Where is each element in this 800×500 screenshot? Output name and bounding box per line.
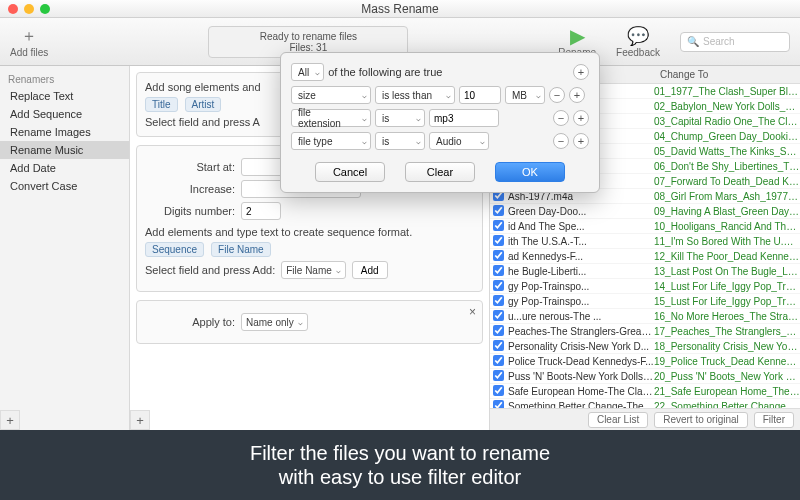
add-panel-button[interactable]: +	[130, 410, 150, 430]
search-placeholder: Search	[703, 36, 735, 47]
table-row[interactable]: Puss 'N' Boots-New York Dolls-...20_Puss…	[490, 369, 800, 384]
bottom-bar: Clear List Revert to original Filter	[490, 408, 800, 430]
row-changeto: 04_Chump_Green Day_Dookie.m4a	[654, 131, 800, 142]
row-checkbox[interactable]	[493, 280, 504, 291]
sidebar-item[interactable]: Rename Images	[0, 123, 129, 141]
sidebar-item[interactable]: Replace Text	[0, 87, 129, 105]
clear-button[interactable]: Clear	[405, 162, 475, 182]
row-checkbox[interactable]	[493, 295, 504, 306]
table-row[interactable]: Police Truck-Dead Kennedys-F...19_Police…	[490, 354, 800, 369]
row-checkbox[interactable]	[493, 250, 504, 261]
add-renamer-button[interactable]: +	[0, 410, 20, 430]
row-original: gy Pop-Trainspo...	[508, 281, 654, 292]
add-rule-icon[interactable]: +	[573, 64, 589, 80]
row-checkbox[interactable]	[493, 370, 504, 381]
search-input[interactable]: 🔍 Search	[680, 32, 790, 52]
sidebar-item[interactable]: Add Date	[0, 159, 129, 177]
row-changeto: 08_Girl From Mars_Ash_1977.m4a	[654, 191, 800, 202]
row-checkbox[interactable]	[493, 265, 504, 276]
row-original: ad Kennedys-F...	[508, 251, 654, 262]
feedback-button[interactable]: 💬 Feedback	[616, 25, 660, 58]
row-checkbox[interactable]	[493, 355, 504, 366]
remove-rule-icon[interactable]: −	[553, 110, 569, 126]
row-original: Police Truck-Dead Kennedys-F...	[508, 356, 654, 367]
cancel-button[interactable]: Cancel	[315, 162, 385, 182]
table-row[interactable]: he Bugle-Liberti...13_Last Post On The B…	[490, 264, 800, 279]
add-files-label: Add files	[10, 47, 48, 58]
row-original: Personality Crisis-New York D...	[508, 341, 654, 352]
tag-artist[interactable]: Artist	[185, 97, 222, 112]
row-checkbox[interactable]	[493, 205, 504, 216]
search-icon: 🔍	[687, 36, 699, 47]
remove-rule-icon[interactable]: −	[549, 87, 565, 103]
ok-button[interactable]: OK	[495, 162, 565, 182]
label-start: Start at:	[145, 161, 235, 173]
sidebar-item[interactable]: Add Sequence	[0, 105, 129, 123]
caption-overlay: Filter the files you want to rename with…	[0, 430, 800, 500]
rule-value[interactable]	[429, 109, 499, 127]
row-checkbox[interactable]	[493, 325, 504, 336]
close-icon[interactable]: ×	[469, 305, 476, 319]
table-row[interactable]: gy Pop-Trainspo...15_Lust For Life_Iggy …	[490, 294, 800, 309]
add-rule-icon[interactable]: +	[569, 87, 585, 103]
row-original: ith The U.S.A.-T...	[508, 236, 654, 247]
row-checkbox[interactable]	[493, 235, 504, 246]
rule-op[interactable]: is	[375, 109, 425, 127]
add-button[interactable]: Add	[352, 261, 388, 279]
row-original: Green Day-Doo...	[508, 206, 654, 217]
apply-select[interactable]: Name only	[241, 313, 308, 331]
table-row[interactable]: Peaches-The Stranglers-Greate...17_Peach…	[490, 324, 800, 339]
row-original: gy Pop-Trainspo...	[508, 296, 654, 307]
rule-unit[interactable]: MB	[505, 86, 545, 104]
row-checkbox[interactable]	[493, 385, 504, 396]
table-row[interactable]: ith The U.S.A.-T...11_I'm So Bored With …	[490, 234, 800, 249]
table-row[interactable]: Personality Crisis-New York D...18_Perso…	[490, 339, 800, 354]
row-changeto: 09_Having A Blast_Green Day_Dookie.m4a	[654, 206, 800, 217]
table-row[interactable]: ad Kennedys-F...12_Kill The Poor_Dead Ke…	[490, 249, 800, 264]
tag-sequence[interactable]: Sequence	[145, 242, 204, 257]
table-row[interactable]: u...ure nerous-The ...16_No More Heroes_…	[490, 309, 800, 324]
revert-button[interactable]: Revert to original	[654, 412, 748, 428]
sidebar-header: Renamers	[0, 72, 129, 87]
row-changeto: 02_Babylon_New York Dolls_Rock N Roll.m4…	[654, 101, 800, 112]
remove-rule-icon[interactable]: −	[553, 133, 569, 149]
panel-case: × Apply to: Name only	[136, 300, 483, 344]
rule-value-select[interactable]: Audio	[429, 132, 489, 150]
row-changeto: 06_Don't Be Shy_Libertines_The Libertine…	[654, 161, 800, 172]
rule-field[interactable]: file type	[291, 132, 371, 150]
row-checkbox[interactable]	[493, 340, 504, 351]
status-line1: Ready to rename files	[260, 31, 357, 42]
sidebar-item[interactable]: Rename Music	[0, 141, 129, 159]
row-checkbox[interactable]	[493, 310, 504, 321]
rule-field[interactable]: file extension	[291, 109, 371, 127]
add-rule-icon[interactable]: +	[573, 133, 589, 149]
add-rule-icon[interactable]: +	[573, 110, 589, 126]
row-checkbox[interactable]	[493, 220, 504, 231]
tag-title[interactable]: Title	[145, 97, 178, 112]
caption-line1: Filter the files you want to rename	[250, 441, 550, 465]
digits-input[interactable]	[241, 202, 281, 220]
speech-icon: 💬	[627, 25, 649, 47]
label-increase: Increase:	[145, 183, 235, 195]
rule-field[interactable]: size	[291, 86, 371, 104]
field-select[interactable]: File Name	[281, 261, 346, 279]
row-original: u...ure nerous-The ...	[508, 311, 654, 322]
rule-value[interactable]	[459, 86, 501, 104]
window-title: Mass Rename	[0, 2, 800, 16]
add-files-button[interactable]: ＋ Add files	[10, 25, 48, 58]
row-changeto: 10_Hooligans_Rancid And The Specials_Unk…	[654, 221, 800, 232]
rule-op[interactable]: is	[375, 132, 425, 150]
clear-list-button[interactable]: Clear List	[588, 412, 648, 428]
label-digits: Digits number:	[145, 205, 235, 217]
match-select[interactable]: All	[291, 63, 324, 81]
rule-op[interactable]: is less than	[375, 86, 455, 104]
table-row[interactable]: Safe European Home-The Clas...21_Safe Eu…	[490, 384, 800, 399]
row-changeto: 16_No More Heroes_The Stranglers_Greates…	[654, 311, 800, 322]
table-row[interactable]: id And The Spe...10_Hooligans_Rancid And…	[490, 219, 800, 234]
filter-button[interactable]: Filter	[754, 412, 794, 428]
table-row[interactable]: gy Pop-Trainspo...14_Lust For Life_Iggy …	[490, 279, 800, 294]
row-changeto: 20_Puss 'N' Boots_New York Dolls_Rock N …	[654, 371, 800, 382]
sidebar-item[interactable]: Convert Case	[0, 177, 129, 195]
table-row[interactable]: Green Day-Doo...09_Having A Blast_Green …	[490, 204, 800, 219]
tag-filename[interactable]: File Name	[211, 242, 271, 257]
